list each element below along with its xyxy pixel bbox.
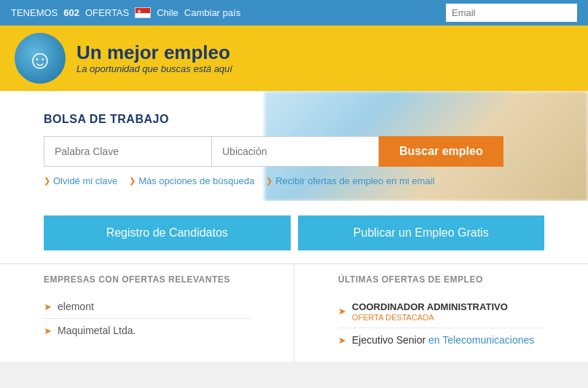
job-badge-1: OFERTA DESTACADA <box>352 313 508 322</box>
arrow-icon-2: ➤ <box>44 325 52 336</box>
cta-section: Registro de Candidatos Publicar un Emple… <box>0 215 588 250</box>
job-title-1: COORDINADOR ADMINISTRATIVO OFERTA DESTAC… <box>352 301 508 322</box>
register-candidates-button[interactable]: Registro de Candidatos <box>44 215 291 250</box>
hero-section: BOLSA DE TRABAJO Buscar empleo Olvidé mi… <box>0 91 588 201</box>
logo-subtitle: La oportunidad que buscas está aquí <box>77 63 232 74</box>
company-item-2[interactable]: ➤ Maquimetal Ltda. <box>44 319 250 342</box>
search-button[interactable]: Buscar empleo <box>379 136 503 167</box>
section-title: BOLSA DE TRABAJO <box>44 113 544 126</box>
jobs-header: ÚLTIMAS OFERTAS DE EMPLEO <box>338 274 544 285</box>
job-title-2-text: Ejecutivo Senior <box>352 334 428 346</box>
job-item-2[interactable]: ➤ Ejecutivo Senior en Telecomunicaciones <box>338 328 544 352</box>
job-item-1[interactable]: ➤ COORDINADOR ADMINISTRATIVO OFERTA DEST… <box>338 295 544 328</box>
change-country-link[interactable]: Cambiar país <box>184 7 240 18</box>
companies-column: EMPRESAS CON OFERTAS RELEVANTES ➤ elemon… <box>0 264 294 362</box>
arrow-icon-4: ➤ <box>338 335 346 346</box>
forgot-password-link[interactable]: Olvidé mi clave <box>44 175 117 186</box>
main-content: BOLSA DE TRABAJO Buscar empleo Olvidé mi… <box>0 91 588 362</box>
logo-title: Un mejor empleo <box>77 42 232 63</box>
offers-count: 602 <box>63 7 79 18</box>
company-item-1[interactable]: ➤ elemont <box>44 295 250 319</box>
email-offers-link[interactable]: Recibir ofertas de empleo en mi email <box>266 175 434 186</box>
company-name-1: elemont <box>58 301 94 312</box>
logo-figure-icon: ☺ <box>27 47 54 73</box>
search-section: BOLSA DE TRABAJO Buscar empleo Olvidé mi… <box>44 113 544 186</box>
job-title-2: Ejecutivo Senior en Telecomunicaciones <box>352 334 534 346</box>
job-title-1-text: COORDINADOR ADMINISTRATIVO <box>352 301 508 312</box>
search-row: Buscar empleo <box>44 136 544 167</box>
bottom-sections: EMPRESAS CON OFERTAS RELEVANTES ➤ elemon… <box>0 264 588 362</box>
publish-job-button[interactable]: Publicar un Empleo Gratis <box>298 215 545 250</box>
keyword-input[interactable] <box>44 136 211 167</box>
header: ☺ Un mejor empleo La oportunidad que bus… <box>0 25 588 91</box>
companies-header: EMPRESAS CON OFERTAS RELEVANTES <box>44 274 250 285</box>
offers-suffix: OFERTAS <box>85 7 129 18</box>
location-input[interactable] <box>211 136 379 167</box>
chile-flag-icon: ★ <box>135 7 151 18</box>
more-options-link[interactable]: Más opciones de búsqueda <box>129 175 254 186</box>
arrow-icon-1: ➤ <box>44 301 52 312</box>
arrow-icon-3: ➤ <box>338 306 346 317</box>
country-name: Chile <box>157 7 179 18</box>
logo-text-block: Un mejor empleo La oportunidad que busca… <box>77 42 232 74</box>
offers-prefix: TENEMOS <box>11 7 58 18</box>
job-title-2-link: en Telecomunicaciones <box>428 334 534 346</box>
top-bar: TENEMOS 602 OFERTAS ★ Chile Cambiar país <box>0 0 588 25</box>
jobs-column: ÚLTIMAS OFERTAS DE EMPLEO ➤ COORDINADOR … <box>294 264 588 362</box>
top-bar-right <box>446 4 577 22</box>
company-name-2: Maquimetal Ltda. <box>58 325 136 336</box>
top-bar-left: TENEMOS 602 OFERTAS ★ Chile Cambiar país <box>11 7 240 18</box>
email-input[interactable] <box>446 4 577 22</box>
logo-circle: ☺ <box>15 33 66 84</box>
search-links: Olvidé mi clave Más opciones de búsqueda… <box>44 175 544 186</box>
